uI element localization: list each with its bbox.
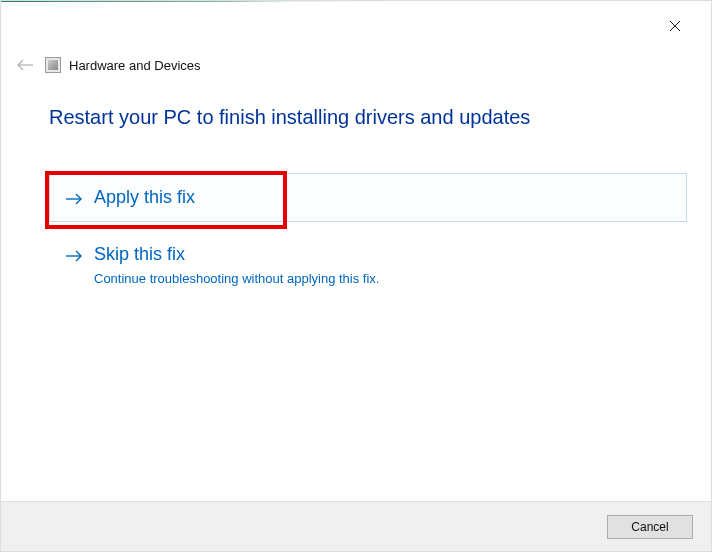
option-text: Apply this fix — [94, 186, 672, 209]
arrow-right-icon — [64, 246, 84, 266]
header-title: Hardware and Devices — [69, 58, 201, 73]
footer-bar: Cancel — [1, 501, 711, 551]
header-bar: Hardware and Devices — [15, 53, 691, 77]
option-gap — [49, 222, 687, 230]
troubleshooter-window: Hardware and Devices Restart your PC to … — [0, 0, 712, 552]
content-area: Restart your PC to finish installing dri… — [49, 106, 687, 299]
option-skip-fix[interactable]: Skip this fix Continue troubleshooting w… — [49, 230, 687, 298]
option-apply-fix[interactable]: Apply this fix — [49, 173, 687, 222]
page-heading: Restart your PC to finish installing dri… — [49, 106, 687, 129]
troubleshooter-app-icon — [45, 57, 61, 73]
window-accent-strip — [1, 1, 711, 2]
option-title: Skip this fix — [94, 243, 672, 266]
arrow-right-icon — [64, 189, 84, 209]
close-button[interactable] — [655, 11, 695, 41]
close-icon — [669, 20, 681, 32]
option-text: Skip this fix Continue troubleshooting w… — [94, 243, 672, 285]
option-title: Apply this fix — [94, 186, 672, 209]
option-subtitle: Continue troubleshooting without applyin… — [94, 271, 672, 286]
cancel-button[interactable]: Cancel — [607, 515, 693, 539]
back-arrow-icon — [15, 55, 35, 75]
